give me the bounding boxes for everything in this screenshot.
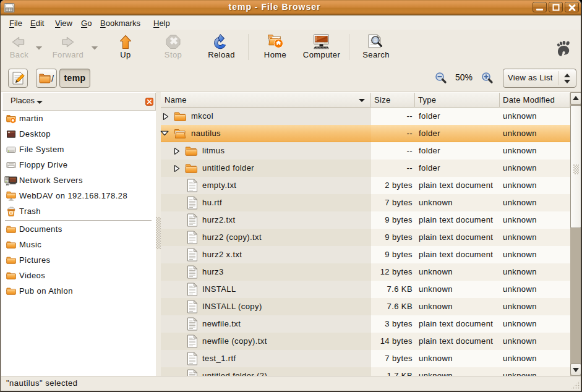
svg-text:/: / <box>51 73 54 83</box>
